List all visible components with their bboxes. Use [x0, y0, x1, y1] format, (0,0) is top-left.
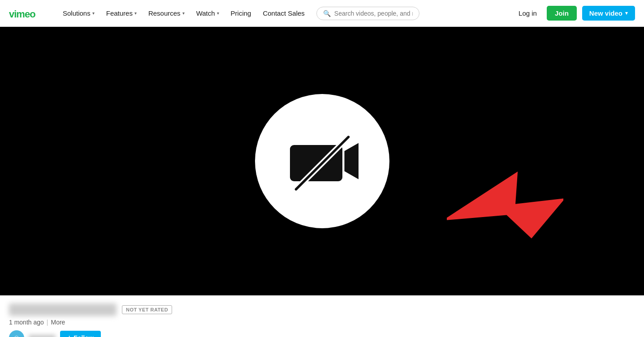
- nav-features[interactable]: Features ▾: [102, 7, 141, 20]
- user-row: ☺ + Follow: [9, 330, 635, 337]
- main-nav: vimeo Solutions ▾ Features ▾ Resources ▾…: [0, 0, 644, 27]
- chevron-down-icon: ▾: [625, 10, 628, 16]
- title-row: NOT YET RATED: [9, 303, 635, 316]
- chevron-down-icon: ▾: [134, 11, 137, 16]
- search-icon: 🔍: [323, 10, 331, 17]
- search-input[interactable]: [334, 10, 413, 17]
- rating-badge: NOT YET RATED: [122, 305, 172, 314]
- username-blurred: [29, 335, 56, 337]
- video-title-blurred: [9, 303, 117, 316]
- avatar: ☺: [9, 330, 24, 337]
- separator: |: [47, 319, 48, 326]
- new-video-button[interactable]: New video ▾: [582, 6, 635, 21]
- time-ago: 1 month ago: [9, 319, 44, 326]
- follow-button[interactable]: + Follow: [60, 331, 101, 337]
- nav-resources[interactable]: Resources ▾: [144, 7, 189, 20]
- video-meta: 1 month ago | More: [9, 319, 635, 326]
- nav-contact-sales[interactable]: Contact Sales: [258, 7, 309, 20]
- no-video-icon: [282, 130, 363, 192]
- svg-text:vimeo: vimeo: [9, 9, 35, 20]
- more-link[interactable]: More: [51, 319, 65, 326]
- nav-pricing[interactable]: Pricing: [226, 7, 256, 20]
- chevron-down-icon: ▾: [217, 11, 219, 16]
- nav-solutions[interactable]: Solutions ▾: [58, 7, 99, 20]
- search-bar: 🔍: [316, 7, 419, 20]
- chevron-down-icon: ▾: [182, 11, 185, 16]
- video-unavailable-placeholder: [255, 94, 389, 228]
- vimeo-logo[interactable]: vimeo: [9, 7, 49, 20]
- nav-watch[interactable]: Watch ▾: [192, 7, 224, 20]
- svg-marker-5: [447, 170, 563, 257]
- video-player[interactable]: [0, 27, 644, 295]
- login-button[interactable]: Log in: [511, 6, 544, 20]
- chevron-down-icon: ▾: [92, 11, 95, 16]
- svg-marker-2: [344, 143, 359, 179]
- join-button[interactable]: Join: [547, 6, 577, 21]
- video-info-bar: NOT YET RATED 1 month ago | More ☺ + Fol…: [0, 295, 644, 337]
